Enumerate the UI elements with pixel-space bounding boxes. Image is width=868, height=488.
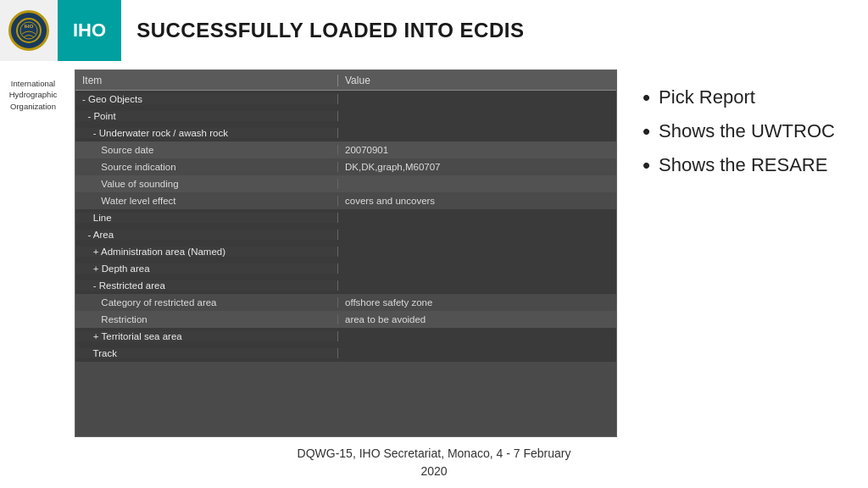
col-value-header: Value	[338, 75, 616, 86]
table-row: Track	[75, 345, 616, 362]
table-row: + Territorial sea area	[75, 328, 616, 345]
bullet-text: Pick Report	[659, 86, 755, 108]
table-row: + Administration area (Named)	[75, 243, 616, 260]
row-item: + Territorial sea area	[75, 331, 338, 341]
row-value: covers and uncovers	[338, 196, 616, 206]
row-item: Track	[75, 348, 338, 358]
table-header: Item Value	[75, 70, 616, 91]
footer: DQWG-15, IHO Secretariat, Monaco, 4 - 7 …	[0, 437, 868, 488]
row-item: Category of restricted area	[75, 297, 338, 308]
row-item: Line	[75, 213, 338, 223]
bullet-item-3: • Shows the RESARE	[643, 154, 843, 176]
bullet-text: Shows the UWTROC	[659, 120, 835, 142]
pick-report-table: Item Value - Geo Objects - Point - Under…	[75, 69, 617, 437]
iho-tag: IHO	[58, 0, 121, 61]
row-item: Restriction	[75, 314, 338, 324]
table-row: - Restricted area	[75, 277, 616, 294]
table-row: Value of sounding	[75, 175, 616, 192]
row-value: 20070901	[338, 145, 616, 155]
row-value: DK,DK,graph,M60707	[338, 162, 616, 172]
row-item: Source indication	[75, 162, 338, 172]
table-row: - Area	[75, 226, 616, 243]
row-item: + Administration area (Named)	[75, 247, 338, 257]
row-item: Source date	[75, 145, 338, 155]
sidebar: International Hydrographic Organization	[0, 69, 66, 437]
row-value: offshore safety zone	[338, 297, 616, 308]
table-row: Category of restricted area offshore saf…	[75, 294, 616, 311]
main-content: International Hydrographic Organization …	[0, 61, 868, 437]
footer-line1: DQWG-15, IHO Secretariat, Monaco, 4 - 7 …	[298, 445, 571, 463]
bullet-dot: •	[643, 154, 650, 176]
bullet-text: Shows the RESARE	[659, 154, 827, 176]
row-item: + Depth area	[75, 263, 338, 274]
table-row: Restriction area to be avoided	[75, 311, 616, 328]
svg-text:IHO: IHO	[25, 24, 34, 29]
table-row: - Geo Objects	[75, 91, 616, 108]
row-item: - Area	[75, 230, 338, 240]
row-item: - Restricted area	[75, 280, 338, 291]
bullet-item-2: • Shows the UWTROC	[643, 120, 843, 142]
sidebar-org-name: International Hydrographic Organization	[9, 78, 58, 112]
header: IHO IHO SUCCESSFULLY LOADED INTO ECDIS	[0, 0, 868, 61]
header-title: SUCCESSFULLY LOADED INTO ECDIS	[121, 19, 524, 42]
iho-logo: IHO	[8, 10, 49, 51]
row-item: Water level effect	[75, 196, 338, 206]
bullet-list: • Pick Report • Shows the UWTROC • Shows…	[617, 69, 868, 437]
table-row: + Depth area	[75, 260, 616, 277]
row-item: Value of sounding	[75, 179, 338, 189]
table-row: Line	[75, 209, 616, 226]
col-item-header: Item	[75, 75, 338, 86]
table-row: - Point	[75, 108, 616, 125]
row-item: - Point	[75, 111, 338, 121]
table-row: - Underwater rock / awash rock	[75, 125, 616, 141]
table-row: Source indication DK,DK,graph,M60707	[75, 158, 616, 175]
row-item: - Underwater rock / awash rock	[75, 128, 338, 138]
bullet-dot: •	[643, 86, 650, 108]
logo-box: IHO	[0, 0, 58, 61]
table-row: Water level effect covers and uncovers	[75, 192, 616, 209]
row-value: area to be avoided	[338, 314, 616, 324]
row-item: - Geo Objects	[75, 94, 338, 104]
footer-line2: 2020	[298, 463, 571, 480]
table-row: Source date 20070901	[75, 141, 616, 158]
bullet-item-1: • Pick Report	[643, 86, 843, 108]
bullet-dot: •	[643, 120, 650, 142]
